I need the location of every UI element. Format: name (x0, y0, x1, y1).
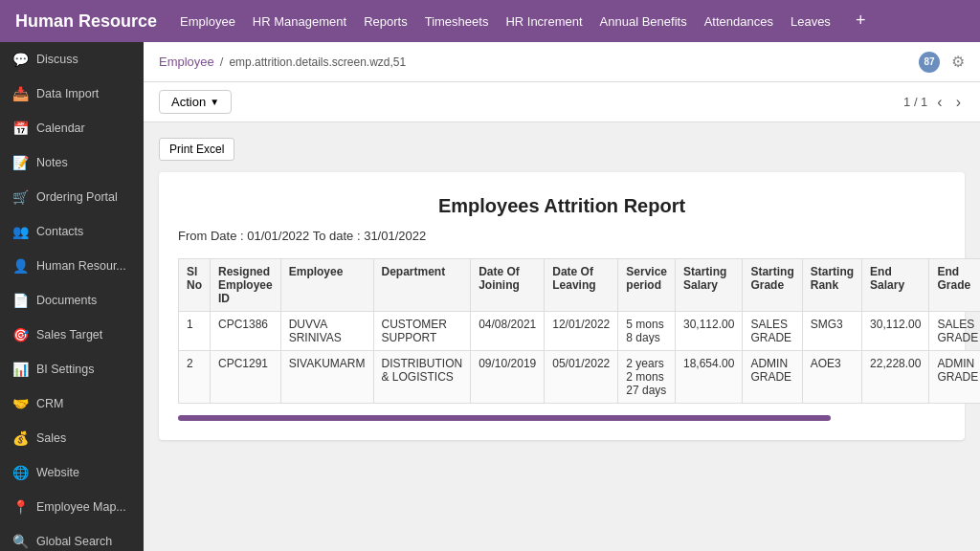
settings-icon[interactable]: ⚙ (951, 53, 965, 71)
secondary-nav-right: 87 ⚙ (919, 52, 965, 73)
nav-employee[interactable]: Employee (180, 11, 235, 33)
top-navbar: Human Resource Employee HR Management Re… (0, 0, 980, 42)
sidebar-item-bi-settings[interactable]: 📊 BI Settings (0, 352, 144, 386)
pagination: 1 / 1 ‹ › (903, 92, 965, 113)
sidebar-item-documents[interactable]: 📄 Documents (0, 283, 144, 318)
content-area: Employee / emp.attrition.details.screen.… (144, 42, 980, 551)
sidebar-label-discuss: Discuss (36, 53, 78, 66)
col-resigned-emp-id: ResignedEmployeeID (211, 259, 281, 312)
global-search-icon: 🔍 (11, 533, 29, 550)
secondary-nav: Employee / emp.attrition.details.screen.… (144, 42, 980, 82)
sidebar-label-global-search: Global Search (36, 535, 112, 548)
table-row: 1CPC1386DUVVA SRINIVASCUSTOMER SUPPORT04… (179, 312, 981, 351)
col-department: Department (373, 259, 471, 312)
sidebar-item-human-resource[interactable]: 👤 Human Resour... (0, 249, 144, 283)
col-date-joining: Date OfJoining (471, 259, 545, 312)
col-starting-rank: StartingRank (802, 259, 861, 312)
col-end-salary: EndSalary (862, 259, 929, 312)
sidebar-label-sales-target: Sales Target (36, 328, 102, 342)
sidebar-label-documents: Documents (36, 294, 97, 307)
nav-items: Employee HR Management Reports Timesheet… (180, 11, 965, 33)
action-bar: Action ▼ 1 / 1 ‹ › (144, 82, 980, 122)
notification-badge[interactable]: 87 (919, 52, 940, 73)
nav-timesheets[interactable]: Timesheets (425, 11, 489, 33)
documents-icon: 📄 (11, 292, 29, 309)
table-row: 2CPC1291SIVAKUMARMDISTRIBUTION & LOGISTI… (179, 351, 981, 404)
sidebar-item-contacts[interactable]: 👥 Contacts (0, 214, 144, 249)
sidebar-label-human-resource: Human Resour... (36, 259, 126, 273)
calendar-icon: 📅 (11, 120, 29, 137)
main-layout: 💬 Discuss 📥 Data Import 📅 Calendar 📝 Not… (0, 42, 980, 551)
sales-icon: 💰 (11, 430, 29, 447)
notes-icon: 📝 (11, 154, 29, 171)
nav-attendances[interactable]: Attendances (704, 11, 773, 33)
sidebar-item-sales-target[interactable]: 🎯 Sales Target (0, 318, 144, 352)
nav-hr-management[interactable]: HR Management (253, 11, 346, 33)
report-card: Employees Attrition Report From Date : 0… (159, 172, 965, 440)
col-starting-salary: StartingSalary (676, 259, 743, 312)
sidebar-label-notes: Notes (36, 156, 68, 169)
sidebar-label-bi-settings: BI Settings (36, 363, 94, 376)
breadcrumb-current: emp.attrition.details.screen.wzd,51 (229, 55, 406, 69)
sidebar-label-website: Website (36, 466, 79, 479)
breadcrumb: Employee / emp.attrition.details.screen.… (159, 55, 406, 69)
sidebar-item-sales[interactable]: 💰 Sales (0, 421, 144, 455)
report-table: SlNo ResignedEmployeeID Employee Departm… (178, 258, 980, 404)
human-resource-icon: 👤 (11, 257, 29, 275)
sidebar-label-data-import: Data Import (36, 87, 99, 100)
nav-hr-increment[interactable]: HR Increment (505, 11, 582, 33)
sidebar-label-ordering-portal: Ordering Portal (36, 190, 118, 204)
next-page-button[interactable]: › (952, 92, 965, 113)
app-title: Human Resource (15, 11, 157, 32)
action-dropdown-icon: ▼ (210, 97, 219, 107)
nav-annual-benefits[interactable]: Annual Benefits (600, 11, 687, 33)
nav-leaves[interactable]: Leaves (791, 11, 831, 33)
col-sl-no: SlNo (179, 259, 211, 312)
bi-settings-icon: 📊 (11, 361, 29, 378)
breadcrumb-link[interactable]: Employee (159, 55, 214, 69)
col-date-leaving: Date OfLeaving (545, 259, 618, 312)
sidebar-item-employee-map[interactable]: 📍 Employee Map... (0, 490, 144, 524)
website-icon: 🌐 (11, 464, 29, 481)
sidebar-item-website[interactable]: 🌐 Website (0, 455, 144, 490)
nav-reports[interactable]: Reports (364, 11, 408, 33)
sales-target-icon: 🎯 (11, 326, 29, 343)
col-end-grade: EndGrade (929, 259, 980, 312)
data-import-icon: 📥 (11, 85, 29, 102)
sidebar-label-crm: CRM (36, 397, 63, 410)
ordering-portal-icon: 🛒 (11, 188, 29, 206)
breadcrumb-separator: / (220, 55, 224, 69)
col-employee: Employee (280, 259, 373, 312)
report-date-range: From Date : 01/01/2022 To date : 31/01/2… (178, 229, 946, 243)
sidebar-label-calendar: Calendar (36, 121, 85, 135)
col-service-period: Serviceperiod (618, 259, 676, 312)
contacts-icon: 👥 (11, 223, 29, 240)
print-excel-button[interactable]: Print Excel (159, 138, 234, 161)
report-content: Print Excel Employees Attrition Report F… (144, 122, 980, 551)
sidebar-item-global-search[interactable]: 🔍 Global Search (0, 524, 144, 551)
scroll-indicator (178, 415, 831, 421)
discuss-icon: 💬 (11, 51, 29, 68)
sidebar-label-sales: Sales (36, 431, 66, 445)
sidebar-label-contacts: Contacts (36, 225, 83, 238)
nav-add-button[interactable]: + (856, 11, 866, 33)
sidebar-item-notes[interactable]: 📝 Notes (0, 145, 144, 180)
report-title: Employees Attrition Report (178, 195, 946, 217)
prev-page-button[interactable]: ‹ (933, 92, 946, 113)
sidebar-item-discuss[interactable]: 💬 Discuss (0, 42, 144, 77)
sidebar-item-crm[interactable]: 🤝 CRM (0, 386, 144, 421)
pagination-info: 1 / 1 (903, 95, 927, 109)
col-starting-grade: StartingGrade (743, 259, 802, 312)
action-button[interactable]: Action ▼ (159, 90, 232, 114)
sidebar: 💬 Discuss 📥 Data Import 📅 Calendar 📝 Not… (0, 42, 144, 551)
employee-map-icon: 📍 (11, 498, 29, 516)
action-label: Action (171, 95, 206, 109)
sidebar-item-calendar[interactable]: 📅 Calendar (0, 111, 144, 145)
sidebar-item-ordering-portal[interactable]: 🛒 Ordering Portal (0, 180, 144, 214)
sidebar-item-data-import[interactable]: 📥 Data Import (0, 77, 144, 111)
crm-icon: 🤝 (11, 395, 29, 412)
sidebar-label-employee-map: Employee Map... (36, 500, 126, 514)
